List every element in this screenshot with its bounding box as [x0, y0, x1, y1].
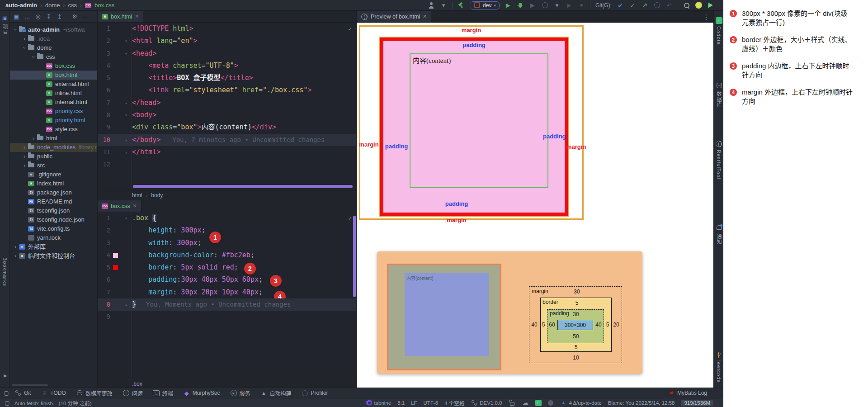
- code-line-5[interactable]: 5 border: 5px solid red;: [98, 261, 356, 274]
- tool-strip-Codota[interactable]: Codota: [714, 17, 724, 45]
- debug-icon[interactable]: [517, 2, 524, 9]
- code-line-3[interactable]: 3▾<head>: [98, 47, 356, 60]
- stop-disabled-icon[interactable]: [578, 2, 585, 9]
- tree-item-public[interactable]: ›public: [10, 152, 97, 161]
- tree-item-external.html[interactable]: Hexternal.html: [10, 80, 97, 89]
- code-line-8[interactable]: 8▾<body>: [98, 109, 356, 121]
- breadcrumb-folder[interactable]: css: [68, 2, 77, 9]
- code-line-1[interactable]: 1<!DOCTYPE html>: [98, 23, 356, 35]
- caret-down-icon[interactable]: [553, 2, 561, 9]
- code-line-3[interactable]: 3 width: 300px;: [98, 237, 356, 249]
- tab-box-html[interactable]: H box.html ✕: [98, 11, 143, 22]
- fold-marker-icon[interactable]: ▴: [125, 134, 127, 146]
- caret-position[interactable]: 8:1: [397, 400, 405, 406]
- caret-down-icon[interactable]: [440, 2, 447, 9]
- code-line-9[interactable]: 9<div class="box">内容(content)</div>: [98, 121, 356, 133]
- tree-item-tsconfig.node.json[interactable]: {}tsconfig.node.json: [10, 215, 97, 224]
- history-disabled-icon[interactable]: [653, 2, 660, 9]
- code-line-2[interactable]: 2 height: 300px;: [98, 224, 356, 237]
- cloud-gear-icon[interactable]: [522, 399, 529, 407]
- bookmarks-tool-button[interactable]: Bookmarks: [0, 257, 10, 286]
- tool-window-MurphySec[interactable]: MurphySec: [183, 389, 220, 397]
- coverage-icon[interactable]: [529, 2, 536, 9]
- profiler-clock-icon[interactable]: [541, 2, 548, 9]
- chevron-right-icon[interactable]: ›: [22, 152, 27, 161]
- breadcrumb-box-selector[interactable]: .box: [132, 381, 142, 387]
- tree-item-inline.html[interactable]: Hinline.html: [10, 89, 97, 98]
- commits-sync-widget[interactable]: 4 Δ/up-to-date: [560, 399, 601, 407]
- tool-strip-RestfulTool[interactable]: RestfulTool: [714, 140, 724, 179]
- tree-item-style.css[interactable]: CSSstyle.css: [10, 125, 97, 134]
- breadcrumb-project[interactable]: auto-admin: [5, 2, 37, 9]
- tool-window-问题[interactable]: 问题: [123, 389, 143, 397]
- tool-strip-通知[interactable]: 通知: [714, 224, 724, 245]
- tree-item-auto-admin[interactable]: ›auto-admin~/softwa: [10, 25, 97, 34]
- tab-preview[interactable]: Preview of box.html ✕: [357, 11, 431, 22]
- fold-marker-icon[interactable]: ▾: [125, 47, 127, 60]
- tree-item-.idea[interactable]: ›.idea: [10, 34, 97, 43]
- tool-window-数据库更改[interactable]: 数据库更改: [76, 389, 113, 397]
- collapse-all-icon[interactable]: [56, 13, 63, 20]
- editor-box-css[interactable]: ✓ 1234 1▾.box {2 height: 300px;3 width: …: [98, 212, 356, 380]
- tool-window-Profiler[interactable]: Profiler: [302, 389, 328, 397]
- tree-item-css[interactable]: ›css: [10, 52, 97, 62]
- tabnine-widget[interactable]: tabnine: [366, 400, 391, 406]
- code-line-4[interactable]: 4 <meta charset="UTF-8">: [98, 60, 356, 72]
- code-line-8[interactable]: 8▴}You, Moments ago • Uncommitted change…: [98, 298, 356, 311]
- tree-item-index.html[interactable]: Hindex.html: [10, 179, 97, 188]
- code-line-7[interactable]: 7 margin: 30px 20px 10px 40px;: [98, 286, 356, 298]
- hide-panel-icon[interactable]: [82, 13, 89, 20]
- tree-item-src[interactable]: ›src: [10, 161, 97, 170]
- search-icon[interactable]: [683, 2, 690, 9]
- fold-marker-icon[interactable]: ▾: [125, 212, 127, 224]
- git-commit-icon[interactable]: [629, 2, 636, 9]
- tree-item-yarn.lock[interactable]: yarn.lock: [10, 233, 97, 242]
- tree-item-box.html[interactable]: Hbox.html: [10, 71, 97, 80]
- editor-box-html[interactable]: ✓ 1<!DOCTYPE html>2▾<html lang="en">3▾<h…: [98, 23, 356, 190]
- git-branch-widget[interactable]: DEV1.0.0: [471, 399, 502, 407]
- tree-item-vite.config.ts[interactable]: TSvite.config.ts: [10, 224, 97, 233]
- tab-box-css[interactable]: CSS box.css ✕: [98, 200, 142, 212]
- tree-item-临时文件和控制台[interactable]: ›▦临时文件和控制台: [10, 251, 97, 260]
- notification-dot-icon[interactable]: [548, 400, 553, 406]
- terminal-chip-icon[interactable]: [535, 400, 542, 406]
- code-line-7[interactable]: 7▴</head>: [98, 97, 356, 109]
- project-tool-button[interactable]: 项目: [0, 14, 10, 35]
- close-icon[interactable]: ✕: [423, 14, 427, 19]
- code-line-9[interactable]: 9: [98, 311, 356, 323]
- tool-window-自动构建[interactable]: 自动构建: [260, 389, 292, 397]
- code-line-1[interactable]: 1▾.box {: [98, 212, 356, 224]
- tree-item-README.md[interactable]: MDREADME.md: [10, 197, 97, 206]
- code-line-10[interactable]: 10▴</body>You, 7 minutes ago • Uncommitt…: [98, 134, 356, 146]
- fold-marker-icon[interactable]: ▾: [125, 109, 127, 121]
- close-icon[interactable]: ✕: [132, 203, 137, 209]
- code-line-6[interactable]: 6 <link rel="stylesheet" href="./box.css…: [98, 84, 356, 96]
- code-line-5[interactable]: 5 <title>BOX 盒子模型</title>: [98, 72, 356, 84]
- structure-tool-button[interactable]: [0, 373, 10, 380]
- code-line-12[interactable]: 12: [98, 158, 356, 170]
- settings-icon[interactable]: [71, 13, 78, 20]
- locate-icon[interactable]: [34, 13, 42, 20]
- kebab-menu-icon[interactable]: [703, 13, 710, 20]
- line-separator[interactable]: LF: [411, 400, 417, 406]
- code-line-6[interactable]: 6 padding:30px 40px 50px 60px;: [98, 274, 356, 286]
- expand-all-icon[interactable]: [45, 13, 52, 20]
- tool-strip-数据库[interactable]: 数据库: [714, 82, 724, 108]
- tree-item-dome[interactable]: ›dome: [10, 43, 97, 52]
- breadcrumb-file[interactable]: box.css: [94, 2, 114, 9]
- run-icon[interactable]: [505, 2, 512, 9]
- user-dropdown-icon[interactable]: [428, 2, 435, 9]
- code-line-11[interactable]: 11▴</html>: [98, 146, 356, 158]
- update-available-icon[interactable]: [695, 2, 702, 9]
- window-icon[interactable]: [3, 389, 10, 397]
- fold-marker-icon[interactable]: ▴: [125, 146, 127, 158]
- chevron-right-icon[interactable]: ›: [13, 251, 18, 260]
- horizontal-scrollbar[interactable]: [133, 185, 353, 188]
- tree-item-.gitignore[interactable]: ⊘.gitignore: [10, 170, 97, 179]
- tool-window-服务[interactable]: 服务: [230, 389, 250, 397]
- breadcrumb-folder[interactable]: dome: [45, 2, 60, 9]
- tree-item-priority.css[interactable]: CSSpriority.css: [10, 107, 97, 116]
- tree-item-tsconfig.json[interactable]: {}tsconfig.json: [10, 206, 97, 215]
- chevron-right-icon[interactable]: ›: [13, 242, 18, 251]
- tool-window-终端[interactable]: 终端: [153, 389, 173, 397]
